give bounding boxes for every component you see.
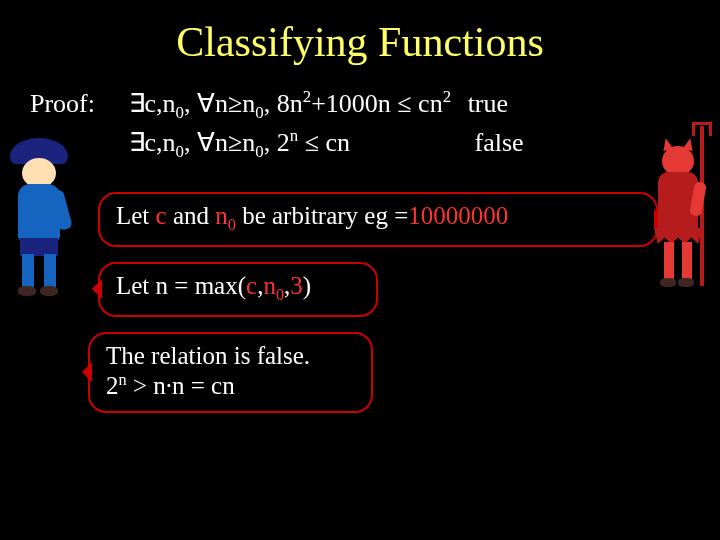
text: and [167,202,216,229]
text: ≤ cn [298,128,350,157]
subscript: 0 [255,103,263,122]
value-3: 3 [290,272,303,299]
text: The relation is false. [106,342,310,369]
speech-bubble-2: Let n = max(c,n0,3) [98,262,378,317]
proof-label: Proof: [30,86,122,121]
text: +1000n ≤ cn [311,89,442,118]
text: be arbitrary eg = [236,202,408,229]
var-n: n [263,272,276,299]
text: ∃c,n [129,89,176,118]
text: Let [116,202,156,229]
text: , 8n [264,89,303,118]
var-n: n [215,202,228,229]
devil-character-icon [644,132,718,342]
text: ) [303,272,311,299]
speech-bubble-3: The relation is false. 2n > n·n = cn [88,332,373,413]
text: , ∀n≥n [184,89,255,118]
proof-block: Proof: ∃c,n0, ∀n≥n0, 8n2+1000n ≤ cn2 tru… [0,66,720,164]
var-c: c [156,202,167,229]
superscript: 2 [443,87,451,106]
subscript: 0 [176,103,184,122]
subscript: 0 [255,142,263,161]
text: , 2 [264,128,290,157]
verdict-true: true [468,86,508,121]
text: > n·n = cn [127,372,235,399]
var-c: c [246,272,257,299]
value: 10000000 [408,202,508,229]
slide-title: Classifying Functions [0,0,720,66]
superscript: n [290,126,298,145]
superscript: 2 [303,87,311,106]
text: , ∀n≥n [184,128,255,157]
speech-bubble-1: Let c and n0 be arbitrary eg =10000000 [98,192,658,247]
pirate-character-icon [4,138,76,318]
superscript: n [119,371,127,389]
subscript: 0 [176,142,184,161]
text: ∃c,n [129,128,176,157]
verdict-false: false [475,125,524,160]
text: 2 [106,372,119,399]
text: Let n = max( [116,272,246,299]
proof-line-2: ∃c,n0, ∀n≥n0, 2n ≤ cn false [129,128,524,157]
subscript: 0 [228,216,236,234]
subscript: 0 [276,286,284,304]
proof-line-1: ∃c,n0, ∀n≥n0, 8n2+1000n ≤ cn2 true [129,89,509,118]
